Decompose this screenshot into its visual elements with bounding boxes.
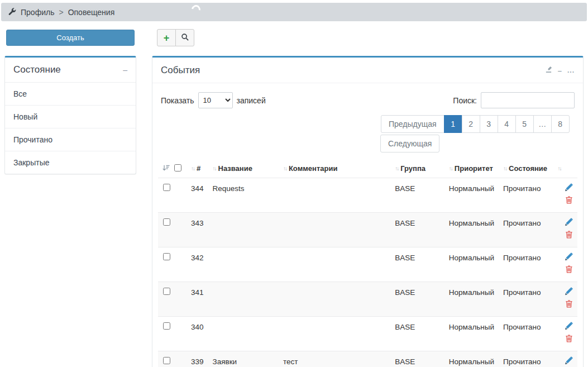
event-state: Прочитано [499,213,553,247]
delete-button[interactable] [558,196,573,206]
delete-button[interactable] [558,265,573,275]
delete-button[interactable] [558,334,573,344]
row-checkbox[interactable] [163,322,170,330]
collapse-panel-icon[interactable]: – [558,67,562,74]
trash-icon [565,232,573,240]
page-number-button[interactable]: 1 [444,115,462,133]
breadcrumb-profile[interactable]: Профиль [21,8,54,17]
delete-button[interactable] [558,299,573,309]
page-number-button[interactable]: 4 [498,115,516,133]
table-header-row: ↑↓# ↑↓Название ↑↓Комментарии ↑↓Группа ↑↓… [158,160,577,178]
event-group: BASE [390,317,444,351]
event-id: 343 [187,213,208,247]
event-id: 344 [187,178,208,213]
delete-button[interactable] [558,230,573,240]
event-priority: Нормальный [444,282,499,317]
table-row: 342 BASE Нормальный Прочитано [158,247,577,282]
pencil-icon [565,323,573,332]
edit-button[interactable] [558,183,573,193]
event-id: 342 [187,247,208,282]
events-panel: События – ... Показать 10 записей [152,56,584,367]
column-header-id[interactable]: # [197,164,200,173]
event-priority: Нормальный [444,317,499,351]
breadcrumb-current: Оповещения [68,8,115,17]
state-panel-title: Состояние [13,64,61,75]
column-header-name[interactable]: Название [218,164,252,173]
search-icon [181,33,189,43]
row-checkbox[interactable] [163,218,170,226]
pencil-icon [565,289,573,297]
sort-icon[interactable]: ↑↓ [191,165,194,171]
sort-icon[interactable]: ↑↓ [395,165,398,171]
plus-icon: + [164,33,170,43]
event-group: BASE [390,178,444,213]
state-filter-panel: Состояние – Все Новый Прочитано Закрытые [4,56,136,174]
trash-icon [565,197,573,206]
sort-icon[interactable]: ↑↓ [503,165,506,171]
events-table: ↑↓# ↑↓Название ↑↓Комментарии ↑↓Группа ↑↓… [158,160,577,367]
events-toolbar: + [157,29,194,46]
sort-amount-desc-icon[interactable] [162,164,170,171]
state-filter-item[interactable]: Прочитано [5,128,136,151]
event-priority: Нормальный [444,178,499,213]
edit-button[interactable] [558,322,573,332]
pencil-icon [565,358,573,366]
row-checkbox[interactable] [163,253,170,260]
edit-button[interactable] [558,218,573,228]
sort-icon[interactable]: ↑↓ [558,165,561,171]
event-id: 340 [187,317,208,351]
page-number-button[interactable]: 3 [480,115,498,133]
row-checkbox[interactable] [163,357,170,364]
search-input[interactable] [481,92,575,108]
wrench-icon [8,8,16,16]
row-checkbox[interactable] [163,288,170,295]
column-header-state[interactable]: Состояние [509,164,547,173]
event-group: BASE [390,247,444,282]
pagination: Предыдущая 1 2 3 4 5 [381,115,575,152]
edit-button[interactable] [558,287,573,297]
events-table-body: 344 Requests BASE Нормальный Прочитано [158,178,577,367]
event-name [208,213,279,247]
select-all-checkbox[interactable] [174,164,181,171]
export-icon[interactable] [545,66,552,75]
state-filter-item[interactable]: Новый [5,105,136,128]
create-button[interactable]: Создать [6,30,135,46]
column-header-comment[interactable]: Комментарии [289,164,338,173]
event-state: Прочитано [499,247,553,282]
event-comment [279,282,390,317]
pencil-icon [565,220,573,228]
page-length-control: Показать 10 записей [161,92,266,108]
edit-button[interactable] [558,252,573,263]
row-checkbox[interactable] [163,184,170,191]
event-state: Прочитано [499,282,553,317]
page-size-select[interactable]: 10 [198,92,233,108]
state-filter-item[interactable]: Все [5,82,136,105]
page-number-button[interactable]: 2 [462,115,480,133]
search-toggle-button[interactable] [175,29,194,46]
add-event-button[interactable]: + [157,29,176,46]
column-header-group[interactable]: Группа [400,164,426,173]
prev-page-button[interactable]: Предыдущая [381,115,444,133]
sort-icon[interactable]: ↑↓ [283,165,286,171]
trash-icon [565,336,573,344]
event-comment [279,317,390,351]
pencil-icon [565,254,573,263]
trash-icon [565,266,573,275]
event-name: Requests [208,178,279,213]
pencil-icon [565,185,573,193]
show-label: Показать [161,96,194,105]
event-comment [279,178,390,213]
sort-icon[interactable]: ↑↓ [213,165,216,171]
more-options-icon[interactable]: ... [567,67,575,74]
page-number-button[interactable]: 8 [551,115,570,133]
table-row: 341 BASE Нормальный Прочитано [158,282,577,317]
next-page-button[interactable]: Следующая [380,135,439,152]
collapse-minus-icon[interactable]: – [123,66,127,74]
edit-button[interactable] [558,356,573,366]
column-header-priority[interactable]: Приоритет [455,164,493,173]
state-filter-list: Все Новый Прочитано Закрытые [5,82,136,174]
page-number-button[interactable]: 5 [515,115,534,133]
event-priority: Нормальный [444,213,499,247]
sort-icon[interactable]: ↑↓ [449,165,452,171]
state-filter-item[interactable]: Закрытые [5,151,136,174]
